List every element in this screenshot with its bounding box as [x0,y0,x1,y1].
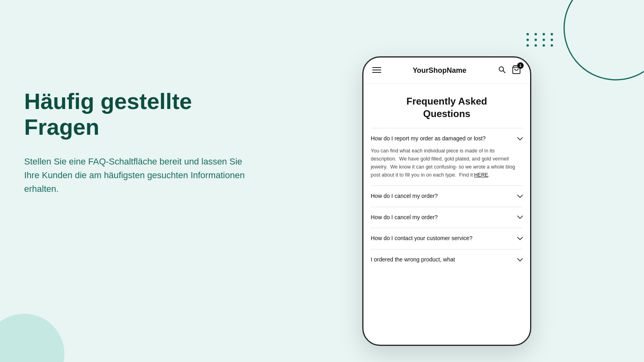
phone-content-area: Frequently Asked Questions How do I repo… [363,84,530,345]
faq-question-2: How do I cancel my order? [371,192,517,200]
faq-answer-1: You can find what each individual piece … [371,147,523,179]
faq-answer-1-link[interactable]: HERE [474,172,488,178]
faq-item-4-header[interactable]: How do I contact your customer service? [371,234,523,243]
faq-item-1: How do I report my order as damaged or l… [371,128,523,185]
faq-header: Frequently Asked Questions [363,84,530,128]
faq-item-1-header[interactable]: How do I report my order as damaged or l… [371,135,523,143]
faq-list: How do I report my order as damaged or l… [363,128,530,345]
faq-question-1: How do I report my order as damaged or l… [371,135,517,143]
faq-question-5: I ordered the wrong product, what [371,256,517,264]
faq-item-5-header[interactable]: I ordered the wrong product, what [371,256,523,264]
faq-item-4: How do I contact your customer service? [371,228,523,249]
phone-frame: YourShopName 1 [362,56,531,346]
faq-item-3-header[interactable]: How do I cancel my order? [371,214,523,222]
store-name: YourShopName [413,66,466,75]
faq-title: Frequently Asked Questions [373,95,520,120]
topbar-action-icons: 1 [498,65,521,76]
phone-topbar: YourShopName 1 [363,58,530,84]
faq-chevron-5 [517,256,523,263]
cart-icon-wrapper[interactable]: 1 [512,65,521,76]
search-icon[interactable] [498,66,506,76]
faq-question-3: How do I cancel my order? [371,214,517,222]
faq-item-2-header[interactable]: How do I cancel my order? [371,192,523,200]
page-heading: Häufig gestellte Fragen [24,88,258,140]
page-description: Stellen Sie eine FAQ-Schaltfläche bereit… [24,155,258,196]
faq-question-4: How do I contact your customer service? [371,234,517,243]
faq-chevron-1 [517,135,523,142]
faq-item-5: I ordered the wrong product, what [371,249,523,267]
menu-icon[interactable] [372,66,381,75]
decorative-circle-top-right [564,0,644,80]
decorative-circle-bottom-left [0,314,64,362]
faq-chevron-3 [517,214,523,221]
decorative-dots [526,33,555,47]
faq-chevron-4 [517,235,523,242]
phone-mockup: YourShopName 1 [362,56,531,346]
faq-chevron-2 [517,193,523,200]
faq-item-3: How do I cancel my order? [371,207,523,228]
cart-badge: 1 [517,62,524,69]
svg-line-4 [503,70,506,73]
faq-item-2: How do I cancel my order? [371,185,523,207]
left-content-panel: Häufig gestellte Fragen Stellen Sie eine… [24,88,258,196]
